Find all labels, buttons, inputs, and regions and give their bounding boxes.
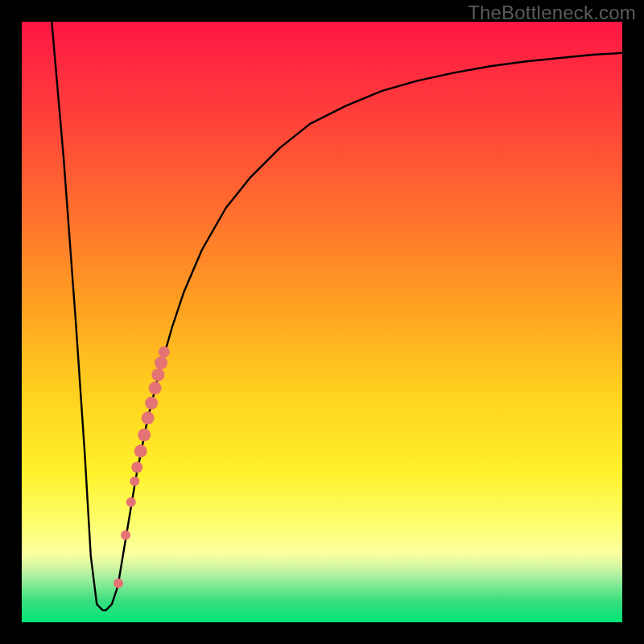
marker-point bbox=[114, 579, 123, 588]
chart-svg bbox=[22, 22, 622, 622]
marker-point bbox=[159, 346, 170, 357]
marker-point bbox=[142, 411, 155, 424]
marker-point bbox=[134, 444, 147, 457]
gradient-background bbox=[22, 22, 622, 622]
marker-point bbox=[155, 357, 167, 369]
marker-point bbox=[151, 369, 164, 382]
marker-point bbox=[131, 462, 142, 473]
marker-point bbox=[145, 397, 158, 410]
plot-area bbox=[22, 22, 622, 622]
watermark-text: TheBottleneck.com bbox=[468, 2, 636, 24]
marker-point bbox=[130, 477, 139, 486]
marker-point bbox=[138, 428, 151, 441]
marker-point bbox=[149, 382, 162, 394]
marker-point bbox=[121, 530, 130, 540]
marker-point bbox=[126, 497, 136, 507]
